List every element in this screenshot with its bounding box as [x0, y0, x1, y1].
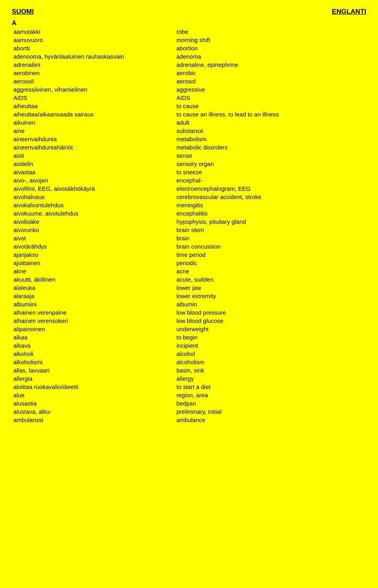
- table-row: akneacne: [12, 267, 366, 275]
- table-row: aivokuume, aivotulehdusencephalitis: [12, 209, 366, 218]
- table-row: alkoholismialcoholism: [12, 358, 366, 366]
- table-row: allas, lavuaaribasin, sink: [12, 366, 366, 374]
- english-term: incipient: [175, 341, 366, 350]
- finnish-term: aivohalvaus: [12, 193, 175, 201]
- finnish-term: aikuinen: [12, 118, 175, 127]
- table-row: aamutakkirobe: [12, 28, 366, 36]
- table-row: aamuvuoromorning shift: [12, 36, 366, 44]
- english-term: to cause an illness, to lead to an illne…: [175, 110, 366, 118]
- finnish-term: aivokuume, aivotulehdus: [12, 209, 175, 218]
- english-term: aggressive: [175, 85, 366, 94]
- finnish-term: aivot: [12, 234, 175, 242]
- finnish-term: aivastaa: [12, 168, 175, 176]
- english-term: brain concussion: [175, 242, 366, 251]
- table-row: alipainoinenunderweight: [12, 325, 366, 333]
- english-term: abortion: [175, 44, 366, 52]
- english-term: time period: [175, 251, 366, 259]
- english-term: metabolic disorders: [175, 143, 366, 151]
- table-row: AIDSAIDS: [12, 94, 366, 102]
- english-term: hypophysis, pituitary gland: [175, 218, 366, 226]
- vocabulary-table: aamutakkirobeaamuvuoromorning shiftabort…: [12, 28, 366, 424]
- finnish-term: aineenvaihduntahäiriöt: [12, 143, 175, 151]
- english-term: acne: [175, 267, 366, 275]
- table-row: ajoittainenperiodic: [12, 259, 366, 267]
- table-row: aiheuttaato cause: [12, 102, 366, 110]
- table-row: alhainen verensokerilow blood glucose: [12, 317, 366, 325]
- englanti-header: ENGLANTI: [332, 8, 366, 16]
- english-term: bedpan: [175, 399, 366, 407]
- finnish-term: ajoittainen: [12, 259, 175, 267]
- finnish-term: aivokalvontulehdus: [12, 201, 175, 209]
- english-term: adrenaline, epinephrine: [175, 61, 366, 69]
- table-row: adenooma, hyvänlaatuinen rauhaskasvainad…: [12, 52, 366, 61]
- finnish-term: ambulanssi: [12, 416, 175, 424]
- finnish-term: aivorunko: [12, 226, 175, 234]
- english-term: sensory organ: [175, 160, 366, 168]
- table-row: aiheuttaa/aikaansaada sairausto cause an…: [12, 110, 366, 118]
- finnish-term: aamutakki: [12, 28, 175, 36]
- english-term: to start a diet: [175, 383, 366, 391]
- english-term: low blood glucose: [175, 317, 366, 325]
- english-term: adult: [175, 118, 366, 127]
- table-row: adrenaliiniadrenaline, epinephrine: [12, 61, 366, 69]
- finnish-term: akne: [12, 267, 175, 275]
- finnish-term: alhainen verenpaine: [12, 308, 175, 317]
- finnish-term: akuutti, äkillinen: [12, 275, 175, 284]
- finnish-term: aamuvuoro: [12, 36, 175, 44]
- finnish-term: ajanjakso: [12, 251, 175, 259]
- table-row: aivokalvontulehdusmeningitis: [12, 201, 366, 209]
- finnish-term: alkoholismi: [12, 358, 175, 366]
- table-row: ambulanssiambulance: [12, 416, 366, 424]
- table-row: aivohalvauscerebrovascular accident, str…: [12, 193, 366, 201]
- english-term: to begin: [175, 333, 366, 341]
- english-term: morning shift: [175, 36, 366, 44]
- english-term: alcohol: [175, 350, 366, 358]
- english-term: adenoma: [175, 52, 366, 61]
- finnish-term: allergia: [12, 374, 175, 383]
- english-term: aerosol: [175, 77, 366, 85]
- english-term: encephalitis: [175, 209, 366, 218]
- finnish-term: alue: [12, 391, 175, 399]
- english-term: robe: [175, 28, 366, 36]
- english-term: underweight: [175, 325, 366, 333]
- finnish-term: aloittaa ruokavalio/dieetti: [12, 383, 175, 391]
- finnish-term: aerobinen: [12, 69, 175, 77]
- english-term: allergy: [175, 374, 366, 383]
- english-term: sense: [175, 151, 366, 160]
- table-row: aggressiivinen, vihamielinenaggressive: [12, 85, 366, 94]
- finnish-term: alusastia: [12, 399, 175, 407]
- finnish-term: AIDS: [12, 94, 175, 102]
- finnish-term: alkaa: [12, 333, 175, 341]
- finnish-term: alustava, alku-: [12, 407, 175, 416]
- table-row: alaraajalower extremity: [12, 292, 366, 300]
- table-row: akuutti, äkillinenacute, sudden: [12, 275, 366, 284]
- table-row: alkaato begin: [12, 333, 366, 341]
- english-term: brain stem: [175, 226, 366, 234]
- finnish-term: allas, lavuaari: [12, 366, 175, 374]
- finnish-term: alkoholi: [12, 350, 175, 358]
- english-term: alcoholism: [175, 358, 366, 366]
- english-term: periodic: [175, 259, 366, 267]
- page-header: SUOMI ENGLANTI: [12, 8, 366, 16]
- english-term: to cause: [175, 102, 366, 110]
- finnish-term: adenooma, hyvänlaatuinen rauhaskasvain: [12, 52, 175, 61]
- table-row: aerobinenaerobic: [12, 69, 366, 77]
- table-row: alusastiabedpan: [12, 399, 366, 407]
- finnish-term: aine: [12, 127, 175, 135]
- english-term: metabolism: [175, 135, 366, 143]
- english-term: region, area: [175, 391, 366, 399]
- finnish-term: adrenaliini: [12, 61, 175, 69]
- english-term: basin, sink: [175, 366, 366, 374]
- english-term: electroencephalogram, EEG: [175, 184, 366, 193]
- english-term: meningitis: [175, 201, 366, 209]
- finnish-term: aistielin: [12, 160, 175, 168]
- table-row: aerosoliaerosol: [12, 77, 366, 85]
- finnish-term: aivolisäke: [12, 218, 175, 226]
- table-row: aistisense: [12, 151, 366, 160]
- table-row: allergiaallergy: [12, 374, 366, 383]
- section-letter-a: A: [12, 20, 366, 27]
- english-term: ambulance: [175, 416, 366, 424]
- english-term: brain: [175, 234, 366, 242]
- table-row: aivolisäkehypophysis, pituitary gland: [12, 218, 366, 226]
- english-term: cerebrovascular accident, stroke: [175, 193, 366, 201]
